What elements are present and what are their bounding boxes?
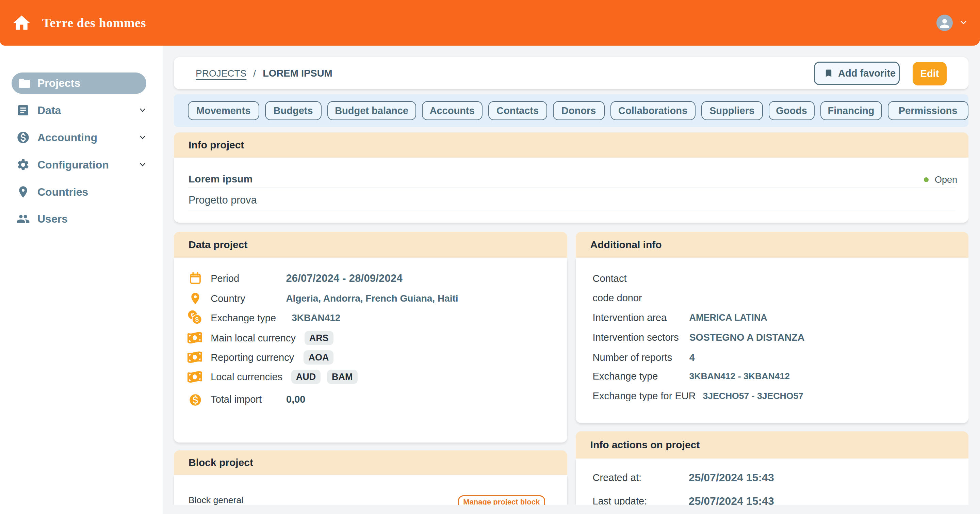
svg-text:$: $ — [195, 316, 199, 323]
